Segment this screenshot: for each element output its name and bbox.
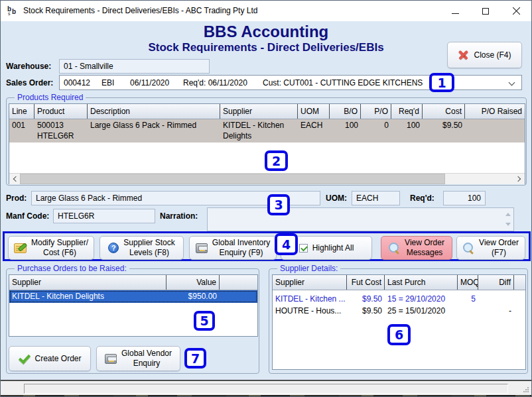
purchase-orders-group: Purchase Orders to be Raised: Supplier V… <box>6 268 259 374</box>
purchase-orders-header: Supplier Value <box>9 275 257 290</box>
col-header-filler <box>220 275 257 290</box>
sales-order-required: Req'd: 06/11/2020 <box>183 78 247 87</box>
close-f4-button[interactable]: Close (F4) <box>447 42 522 68</box>
cell-po: 0 <box>361 119 391 142</box>
scroll-right-button[interactable] <box>513 174 525 184</box>
chevron-down-icon <box>509 80 515 86</box>
reqd-field[interactable]: 100 <box>443 191 486 205</box>
cell-reqd: 100 <box>391 119 423 142</box>
supplier-detail-row[interactable]: HOUTRE - Hous... $9.50 25 = 15/01/2020 - <box>273 305 525 317</box>
reqd-label: Req'd: <box>410 194 434 203</box>
warehouse-field[interactable]: 01 - Smallville <box>59 59 210 74</box>
horizontal-scrollbar[interactable] <box>9 173 525 184</box>
cell-last-purch: 25 = 15/01/2020 <box>385 306 458 317</box>
resize-grip[interactable] <box>523 386 529 392</box>
minimize-button[interactable] <box>440 1 470 21</box>
view-order-button[interactable]: View Order(F7) <box>456 236 525 260</box>
products-table: Line Product Description Supplier UOM B/… <box>9 103 525 184</box>
cell-supplier: HOUTRE - Hous... <box>273 306 347 317</box>
close-f4-label: Close (F4) <box>474 50 511 60</box>
col-header-moq: MOQ <box>458 275 478 290</box>
manf-code-label: Manf Code: <box>6 211 49 221</box>
view-order-messages-button[interactable]: View OrderMessages <box>381 236 452 260</box>
cell-po-raised <box>465 119 525 142</box>
chevron-left-icon <box>13 176 19 182</box>
global-vendor-enquiry-button[interactable]: Global VendorEnquiry <box>96 346 180 371</box>
col-header-fut-cost: Fut Cost <box>347 275 385 290</box>
action-toolbar: Modify Supplier/Cost (F6) Supplier Stock… <box>3 231 531 261</box>
uom-field[interactable]: EACH <box>352 191 400 205</box>
global-inventory-enquiry-button[interactable]: Global InventoryEnquiry (F9) <box>189 236 277 260</box>
cell-bo: 100 <box>330 119 361 142</box>
highlight-all-checkbox[interactable] <box>299 244 308 253</box>
supplier-detail-row[interactable]: KITDEL - Kitchen ... $9.50 15 = 29/10/20… <box>273 293 525 305</box>
supplier-details-table: Supplier Fut Cost Last Purch MOQ Diff KI… <box>272 274 526 370</box>
close-icon <box>512 7 521 15</box>
terminal-icon <box>196 243 208 253</box>
annotation-6: 6 <box>387 324 411 345</box>
col-header-supplier: Supplier <box>273 275 347 290</box>
svg-text:s: s <box>8 11 11 16</box>
maximize-button[interactable] <box>470 1 501 21</box>
title-bar: b b s Stock Requirements - Direct Delive… <box>1 1 531 21</box>
scroll-up-icon[interactable] <box>505 213 511 216</box>
col-header-reqd: Req'd <box>391 104 423 119</box>
svg-text:b: b <box>12 8 16 15</box>
narration-field[interactable] <box>207 207 514 231</box>
col-header-last-purch: Last Purch <box>385 275 458 290</box>
annotation-7: 7 <box>184 348 206 369</box>
col-header-supplier: Supplier <box>220 104 298 119</box>
sales-order-label: Sales Order: <box>6 78 53 87</box>
annotation-2: 2 <box>265 150 288 171</box>
magnifier-icon <box>389 243 400 254</box>
highlight-all-label: Highlight All <box>312 243 354 253</box>
scrollbar-thumb[interactable] <box>20 174 445 184</box>
window-title: Stock Requirements - Direct Deliveries/E… <box>23 1 257 21</box>
sales-order-customer: Cust: CUT001 - CUTTING EDGE KITCHENS <box>263 78 423 87</box>
col-header-product: Product <box>34 104 88 119</box>
maximize-icon <box>482 8 489 15</box>
prod-label: Prod: <box>6 194 27 203</box>
col-header-uom: UOM <box>298 104 330 119</box>
cell-last-purch: 15 = 29/10/2020 <box>385 294 458 305</box>
terminal-icon <box>105 354 117 364</box>
app-window: b b s Stock Requirements - Direct Delive… <box>0 0 532 397</box>
question-icon <box>108 243 119 253</box>
table-row[interactable]: 001 500013 HTELG6R Large Glass 6 Pack - … <box>9 119 525 142</box>
products-required-title: Products Required <box>15 93 86 102</box>
col-header-cost: Cost <box>423 104 465 119</box>
scroll-left-button[interactable] <box>9 174 21 184</box>
modify-supplier-cost-button[interactable]: Modify Supplier/Cost (F6) <box>8 236 94 260</box>
app-logo-icon: b b s <box>7 5 19 17</box>
cell-diff: - <box>478 306 514 317</box>
edit-note-icon <box>14 243 27 253</box>
app-title: BBS Accounting <box>1 23 531 41</box>
minimize-icon <box>452 13 459 14</box>
status-panel <box>24 384 508 394</box>
cell-cost: $9.50 <box>423 119 465 142</box>
status-bar <box>1 380 531 395</box>
cell-product: 500013 HTELG6R <box>34 119 88 142</box>
warehouse-label: Warehouse: <box>6 62 51 71</box>
cell-value: $950.00 <box>166 290 220 303</box>
supplier-details-title: Supplier Details: <box>277 264 340 273</box>
narration-label: Narration: <box>160 211 198 221</box>
cell-diff <box>478 294 514 305</box>
supplier-stock-levels-button[interactable]: Supplier StockLevels (F8) <box>100 236 184 260</box>
col-header-bo: B/O <box>330 104 361 119</box>
scroll-down-icon[interactable] <box>505 223 511 226</box>
sales-order-number: 000412 <box>64 78 90 87</box>
close-window-button[interactable] <box>501 1 531 21</box>
create-order-button[interactable]: Create Order <box>9 346 91 371</box>
col-header-line: Line <box>9 104 34 119</box>
col-header-supplier: Supplier <box>9 275 166 290</box>
products-table-header: Line Product Description Supplier UOM B/… <box>9 104 525 119</box>
manf-code-field[interactable]: HTELG6R <box>53 209 155 223</box>
purchase-order-row[interactable]: KITDEL - Kitchen Delights $950.00 <box>9 290 257 303</box>
cell-supplier: KITDEL - Kitchen Delights <box>220 119 298 142</box>
supplier-details-header: Supplier Fut Cost Last Purch MOQ Diff <box>273 275 525 290</box>
supplier-details-group: Supplier Details: Supplier Fut Cost Last… <box>269 268 528 374</box>
cell-fut-cost: $9.50 <box>347 294 385 305</box>
chevron-right-icon <box>515 176 521 182</box>
col-header-value: Value <box>166 275 220 290</box>
